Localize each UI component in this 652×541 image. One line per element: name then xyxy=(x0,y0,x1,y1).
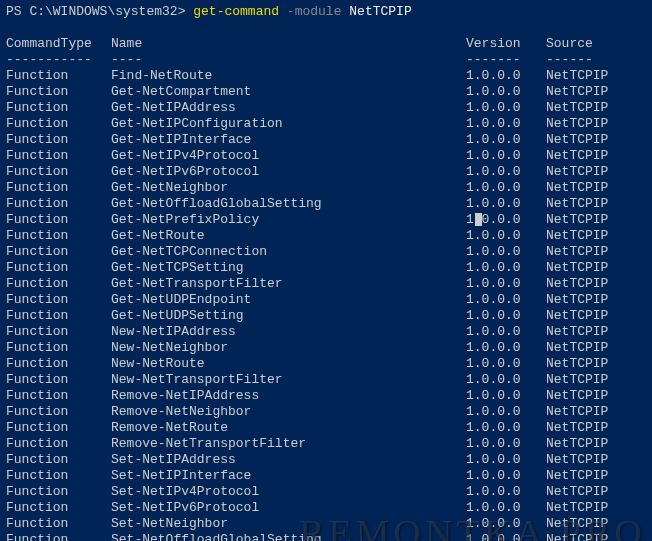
cell-name: Get-NetUDPEndpoint xyxy=(111,292,466,308)
cell-type: Function xyxy=(6,244,111,260)
cell-version: 1.0.0.0 xyxy=(466,148,546,164)
cell-name: Get-NetIPInterface xyxy=(111,132,466,148)
cell-version: 1.0.0.0 xyxy=(466,516,546,532)
cell-name: Get-NetIPv4Protocol xyxy=(111,148,466,164)
cell-name: Get-NetIPv6Protocol xyxy=(111,164,466,180)
cell-source: NetTCPIP xyxy=(546,484,608,500)
table-row: FunctionGet-NetUDPSetting1.0.0.0NetTCPIP xyxy=(6,308,646,324)
cell-type: Function xyxy=(6,276,111,292)
cell-version: 1.0.0.0 xyxy=(466,388,546,404)
table-row: FunctionGet-NetTCPConnection1.0.0.0NetTC… xyxy=(6,244,646,260)
cell-version: 1.0.0.0 xyxy=(466,244,546,260)
cell-name: Remove-NetRoute xyxy=(111,420,466,436)
cell-type: Function xyxy=(6,148,111,164)
table-row: FunctionRemove-NetTransportFilter1.0.0.0… xyxy=(6,436,646,452)
cell-version: 1.0.0.0 xyxy=(466,308,546,324)
cell-version: 1.0.0.0 xyxy=(466,68,546,84)
cell-name: Remove-NetTransportFilter xyxy=(111,436,466,452)
cell-type: Function xyxy=(6,212,111,228)
header-type: CommandType xyxy=(6,36,111,52)
cell-type: Function xyxy=(6,500,111,516)
table-row: FunctionSet-NetIPv6Protocol1.0.0.0NetTCP… xyxy=(6,500,646,516)
cell-name: New-NetIPAddress xyxy=(111,324,466,340)
dash-version: ------- xyxy=(466,52,546,68)
cell-type: Function xyxy=(6,68,111,84)
table-row: FunctionSet-NetNeighbor1.0.0.0NetTCPIP xyxy=(6,516,646,532)
cell-type: Function xyxy=(6,308,111,324)
table-row: FunctionGet-NetPrefixPolicy1.0.0.0NetTCP… xyxy=(6,212,646,228)
cell-name: Get-NetTCPSetting xyxy=(111,260,466,276)
cell-source: NetTCPIP xyxy=(546,468,608,484)
table-dashes: ---------------------------- xyxy=(6,52,646,68)
cell-type: Function xyxy=(6,116,111,132)
table-row: FunctionGet-NetTCPSetting1.0.0.0NetTCPIP xyxy=(6,260,646,276)
cell-source: NetTCPIP xyxy=(546,500,608,516)
cell-type: Function xyxy=(6,516,111,532)
cell-version: 1.0.0.0 xyxy=(466,452,546,468)
cell-name: Set-NetIPv4Protocol xyxy=(111,484,466,500)
cell-source: NetTCPIP xyxy=(546,100,608,116)
cell-type: Function xyxy=(6,228,111,244)
cell-name: Get-NetUDPSetting xyxy=(111,308,466,324)
cell-type: Function xyxy=(6,452,111,468)
cell-version: 1.0.0.0 xyxy=(466,468,546,484)
cell-source: NetTCPIP xyxy=(546,276,608,292)
cell-version: 1.0.0.0 xyxy=(466,180,546,196)
cell-name: Set-NetIPAddress xyxy=(111,452,466,468)
table-row: FunctionGet-NetIPConfiguration1.0.0.0Net… xyxy=(6,116,646,132)
cell-name: Get-NetIPConfiguration xyxy=(111,116,466,132)
cell-version: 1.0.0.0 xyxy=(466,196,546,212)
cell-source: NetTCPIP xyxy=(546,68,608,84)
cell-type: Function xyxy=(6,356,111,372)
cell-version: 1.0.0.0 xyxy=(466,420,546,436)
table-row: FunctionGet-NetIPInterface1.0.0.0NetTCPI… xyxy=(6,132,646,148)
cell-source: NetTCPIP xyxy=(546,292,608,308)
table-row: FunctionSet-NetIPAddress1.0.0.0NetTCPIP xyxy=(6,452,646,468)
table-row: FunctionGet-NetIPv6Protocol1.0.0.0NetTCP… xyxy=(6,164,646,180)
table-row: FunctionNew-NetIPAddress1.0.0.0NetTCPIP xyxy=(6,324,646,340)
cell-version: 1.0.0.0 xyxy=(466,100,546,116)
cell-name: Find-NetRoute xyxy=(111,68,466,84)
cell-source: NetTCPIP xyxy=(546,148,608,164)
cell-source: NetTCPIP xyxy=(546,228,608,244)
cell-name: Get-NetPrefixPolicy xyxy=(111,212,466,228)
cell-name: Set-NetOffloadGlobalSetting xyxy=(111,532,466,541)
table-row: FunctionGet-NetCompartment1.0.0.0NetTCPI… xyxy=(6,84,646,100)
cell-source: NetTCPIP xyxy=(546,308,608,324)
cell-version: 1.0.0.0 xyxy=(466,340,546,356)
cell-version: 1.0.0.0 xyxy=(466,212,546,228)
cell-type: Function xyxy=(6,196,111,212)
cell-type: Function xyxy=(6,532,111,541)
cell-name: Set-NetIPInterface xyxy=(111,468,466,484)
cell-name: Get-NetTCPConnection xyxy=(111,244,466,260)
cell-source: NetTCPIP xyxy=(546,132,608,148)
cell-type: Function xyxy=(6,372,111,388)
cell-source: NetTCPIP xyxy=(546,180,608,196)
cell-type: Function xyxy=(6,436,111,452)
table-row: FunctionSet-NetIPv4Protocol1.0.0.0NetTCP… xyxy=(6,484,646,500)
cell-name: Get-NetNeighbor xyxy=(111,180,466,196)
cell-type: Function xyxy=(6,292,111,308)
cell-version: 1.0.0.0 xyxy=(466,372,546,388)
cell-source: NetTCPIP xyxy=(546,452,608,468)
dash-type: ----------- xyxy=(6,52,111,68)
cell-version: 1.0.0.0 xyxy=(466,484,546,500)
table-row: FunctionRemove-NetIPAddress1.0.0.0NetTCP… xyxy=(6,388,646,404)
table-row: FunctionRemove-NetNeighbor1.0.0.0NetTCPI… xyxy=(6,404,646,420)
table-row: FunctionFind-NetRoute1.0.0.0NetTCPIP xyxy=(6,68,646,84)
cell-type: Function xyxy=(6,468,111,484)
cell-name: New-NetTransportFilter xyxy=(111,372,466,388)
table-row: FunctionNew-NetNeighbor1.0.0.0NetTCPIP xyxy=(6,340,646,356)
cell-name: Get-NetOffloadGlobalSetting xyxy=(111,196,466,212)
table-body: FunctionFind-NetRoute1.0.0.0NetTCPIPFunc… xyxy=(6,68,646,541)
blank-line xyxy=(6,20,646,36)
cell-source: NetTCPIP xyxy=(546,516,608,532)
prompt-line[interactable]: PS C:\WINDOWS\system32> get-command -mod… xyxy=(6,4,646,20)
table-row: FunctionSet-NetIPInterface1.0.0.0NetTCPI… xyxy=(6,468,646,484)
table-row: FunctionGet-NetIPAddress1.0.0.0NetTCPIP xyxy=(6,100,646,116)
prompt-path: PS C:\WINDOWS\system32> xyxy=(6,4,193,19)
cell-version: 1.0.0.0 xyxy=(466,260,546,276)
cell-type: Function xyxy=(6,260,111,276)
cell-type: Function xyxy=(6,404,111,420)
cell-version: 1.0.0.0 xyxy=(466,228,546,244)
